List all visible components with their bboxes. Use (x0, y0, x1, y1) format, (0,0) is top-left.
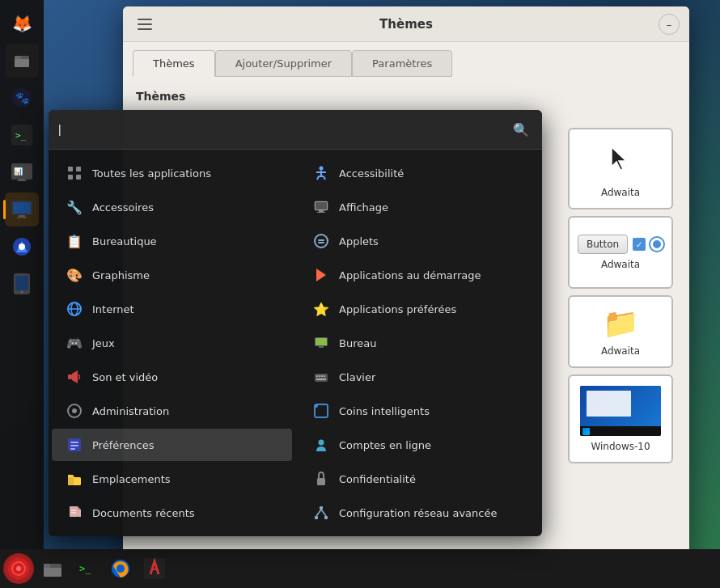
menu-search-input[interactable] (58, 123, 510, 136)
desktop: 🦊 🐾 >_ 📊 (0, 0, 720, 588)
menu-search-button[interactable]: 🔍 (510, 118, 532, 141)
svg-line-31 (317, 176, 319, 180)
svg-rect-2 (15, 56, 21, 59)
places-icon (65, 469, 84, 489)
svg-marker-40 (316, 269, 326, 281)
svg-line-32 (324, 176, 325, 180)
win10-taskbar (580, 426, 661, 436)
theme-card-windows10[interactable]: Windows-10 (568, 374, 673, 463)
dock-icon-files[interactable] (5, 44, 39, 78)
svg-rect-1 (15, 59, 29, 67)
window-menu-button[interactable] (133, 12, 157, 36)
svg-rect-9 (17, 180, 27, 181)
svg-line-77 (321, 510, 326, 516)
menu-item-smartcorner[interactable]: Coins intelligents (299, 395, 539, 427)
svg-rect-23 (76, 167, 81, 171)
menu-item-startup[interactable]: Applications au démarrage (299, 259, 539, 291)
taskbar-files[interactable] (37, 553, 68, 584)
svg-rect-60 (70, 442, 78, 443)
menu-item-all-apps[interactable]: Toutes les applications (52, 157, 292, 189)
menu-item-bureau[interactable]: Bureau (299, 327, 539, 359)
theme-card-adwaita-icons[interactable]: 📁 Adwaita (568, 295, 673, 368)
svg-rect-8 (19, 179, 25, 180)
menu-item-graphisme[interactable]: 🎨 Graphisme (52, 259, 292, 291)
hamburger-line-2 (138, 23, 152, 25)
svg-rect-74 (315, 516, 318, 519)
tab-add-remove[interactable]: Ajouter/Supprimer (215, 50, 352, 77)
menu-item-display[interactable]: Affichage (299, 191, 539, 223)
menu-label-recent-docs: Documents récents (92, 507, 195, 519)
menu-item-son[interactable]: Son et vidéo (52, 361, 292, 393)
app-menu: 🔍 Toutes les applications (49, 110, 542, 536)
menu-label-accessories: Accessoires (92, 201, 154, 214)
menu-label-startup: Applications au démarrage (339, 269, 481, 281)
controls-preview: Button ✓ (578, 235, 663, 254)
dock-icon-gimp[interactable]: 🐾 (5, 81, 39, 115)
menu-item-accessories[interactable]: 🔧 Accessoires (52, 191, 292, 223)
menu-item-jeux[interactable]: 🎮 Jeux (52, 327, 292, 359)
menu-item-clavier[interactable]: Clavier (299, 361, 539, 393)
menu-item-recent-docs[interactable]: Documents récents (52, 497, 292, 529)
svg-marker-66 (68, 475, 74, 477)
menu-label-clavier: Clavier (339, 371, 375, 383)
theme-card-adwaita-cursor[interactable]: Adwaita (568, 128, 673, 209)
menu-item-accessibility[interactable]: Accessibilité (299, 157, 539, 189)
menu-label-all-apps: Toutes les applications (92, 167, 211, 180)
svg-rect-36 (317, 212, 325, 213)
svg-point-58 (315, 404, 318, 408)
menu-item-online-accounts[interactable]: Comptes en ligne (299, 429, 539, 461)
preview-button: Button (578, 235, 628, 254)
theme-card-adwaita-controls[interactable]: Button ✓ Adwaita (568, 216, 673, 289)
taskbar-launcher[interactable] (3, 553, 34, 584)
svg-text:>_: >_ (79, 563, 91, 574)
win10-window (587, 391, 631, 417)
dock-icon-monitor[interactable] (5, 192, 39, 226)
svg-rect-68 (70, 506, 78, 517)
menu-item-bureautique[interactable]: 📋 Bureautique (52, 225, 292, 257)
menu-item-applets[interactable]: Applets (299, 225, 539, 257)
svg-rect-82 (44, 568, 61, 577)
menu-item-administration[interactable]: Administration (52, 395, 292, 427)
svg-marker-69 (78, 506, 81, 510)
clavier-icon (311, 367, 331, 387)
adwaita-controls-label: Adwaita (601, 259, 640, 270)
menu-item-places[interactable]: Emplacements (52, 463, 292, 495)
windows10-preview (580, 386, 661, 436)
tab-settings[interactable]: Paramètres (352, 50, 452, 77)
dock-icon-appimage[interactable] (5, 230, 39, 264)
svg-text:🐾: 🐾 (15, 91, 30, 105)
menu-item-preferences[interactable]: Préférences (52, 429, 292, 461)
checkbox-preview: ✓ (633, 238, 646, 251)
son-icon (65, 367, 84, 387)
windows10-label: Windows-10 (591, 441, 650, 452)
hamburger-line-3 (138, 28, 152, 30)
menu-item-network-config[interactable]: Configuration réseau avancée (299, 497, 539, 529)
svg-rect-13 (19, 215, 25, 217)
svg-point-17 (19, 243, 25, 250)
apps-icon (65, 163, 84, 183)
tab-themes[interactable]: Thèmes (133, 50, 215, 77)
internet-icon (65, 299, 84, 319)
taskbar-terminal[interactable]: >_ (71, 553, 102, 584)
window-title: Thèmes (379, 17, 433, 32)
menu-label-son: Son et vidéo (92, 371, 158, 383)
svg-point-63 (319, 440, 324, 446)
dock-icon-display[interactable]: 📊 (5, 155, 39, 189)
adwaita-cursor-label: Adwaita (601, 187, 640, 198)
menu-item-internet[interactable]: Internet (52, 293, 292, 325)
taskbar-app5[interactable] (139, 553, 170, 584)
menu-item-privacy[interactable]: Confidentialité (299, 463, 539, 495)
dock-icon-terminal[interactable]: >_ (5, 118, 39, 152)
svg-rect-39 (318, 242, 324, 243)
dock-icon-phone[interactable] (5, 267, 39, 301)
window-minimize-button[interactable]: – (659, 14, 680, 35)
folder-icon-preview: 📁 (603, 307, 639, 341)
theme-cards-container: Adwaita Button ✓ Adwaita 📁 Adwaita (568, 128, 673, 463)
section-title: Thèmes (136, 90, 676, 103)
menu-item-prefapps[interactable]: ⭐ Applications préférées (299, 293, 539, 325)
smartcorner-icon (311, 401, 331, 421)
svg-rect-46 (319, 346, 324, 348)
taskbar-firefox[interactable] (105, 553, 136, 584)
recent-docs-icon (65, 503, 84, 522)
dock-icon-firefox[interactable]: 🦊 (5, 6, 39, 40)
